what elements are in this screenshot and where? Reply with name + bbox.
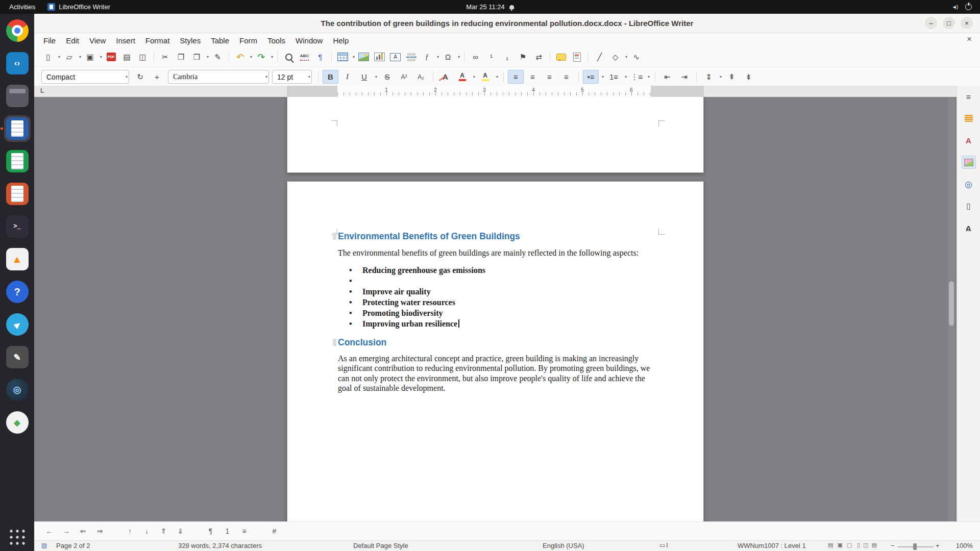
clear-formatting-button[interactable]: A — [437, 70, 453, 84]
outline-toggle[interactable] — [333, 233, 336, 240]
font-size-combo[interactable]: 12 pt ▾ — [272, 70, 312, 84]
font-name-combo[interactable]: Cambria ▾ — [168, 70, 269, 84]
menu-styles[interactable]: Styles — [175, 35, 206, 46]
list-item[interactable]: •Improving urban resilience — [338, 318, 651, 329]
dropdown-caret-icon[interactable]: ▾ — [249, 50, 253, 64]
redo-button[interactable]: ↷ — [253, 50, 269, 64]
demote-level-button[interactable]: → — [58, 524, 75, 538]
app-menu-button[interactable]: LibreOffice Writer — [47, 3, 110, 11]
document-canvas[interactable]: Environmental Benefits of Green Building… — [34, 97, 957, 521]
dock-item-terminal[interactable]: >_ — [4, 213, 31, 240]
dropdown-caret-icon[interactable]: ▾ — [624, 70, 628, 84]
scrollbar-thumb[interactable] — [949, 281, 954, 326]
unordered-list-button[interactable]: •≡ — [583, 70, 599, 84]
tab-stop-selector[interactable]: L — [40, 87, 44, 94]
increase-paragraph-spacing-button[interactable]: ⇞ — [724, 70, 740, 84]
italic-button[interactable]: I — [339, 70, 355, 84]
book-view-icon[interactable]: ▤ — [871, 542, 876, 548]
insert-hyperlink-button[interactable]: ∞ — [468, 50, 483, 64]
volume-icon[interactable]: ◄) — [952, 4, 958, 10]
conclusion-paragraph[interactable]: As an emerging architectural concept and… — [338, 354, 651, 393]
ordered-list-button[interactable]: 1≡ — [606, 70, 622, 84]
list-item[interactable]: •Protecting water resources — [338, 297, 651, 308]
dropdown-caret-icon[interactable]: ▾ — [206, 50, 210, 64]
dropdown-caret-icon[interactable]: ▾ — [125, 70, 129, 83]
outline-format-button[interactable]: ⋮≡ — [629, 70, 645, 84]
insert-footnote-button[interactable]: ¹ — [483, 50, 499, 64]
menu-edit[interactable]: Edit — [61, 35, 84, 46]
insert-endnote-button[interactable]: ₁ — [499, 50, 515, 64]
insert-comment-button[interactable] — [553, 50, 569, 64]
menu-window[interactable]: Window — [290, 35, 328, 46]
decrease-paragraph-spacing-button[interactable]: ⇟ — [741, 70, 756, 84]
dropdown-caret-icon[interactable]: ▾ — [472, 70, 476, 84]
restart-numbering-button[interactable]: 1 — [219, 524, 236, 538]
list-item-text[interactable]: Protecting water resources — [362, 298, 455, 307]
track-changes-button[interactable] — [569, 50, 585, 64]
superscript-button[interactable]: A² — [396, 70, 412, 84]
copy-button[interactable]: ❐ — [173, 50, 189, 64]
no-list-button[interactable]: ≡ — [236, 524, 253, 538]
menu-form[interactable]: Form — [234, 35, 262, 46]
list-item-text[interactable]: Promoting biodiversity — [362, 309, 443, 317]
insert-table-button[interactable] — [335, 50, 351, 64]
increase-indent-button[interactable]: ⇥ — [676, 70, 692, 84]
dock-item-help[interactable]: ? — [4, 279, 31, 305]
line-spacing-button[interactable]: ⇕ — [701, 70, 717, 84]
insert-page-break-button[interactable] — [403, 50, 419, 64]
bold-button[interactable]: B — [323, 70, 338, 84]
demote-with-subpoints-button[interactable]: ⇒ — [91, 524, 108, 538]
heading-environmental-benefits[interactable]: Environmental Benefits of Green Building… — [338, 231, 651, 242]
dropdown-caret-icon[interactable]: ▾ — [495, 70, 499, 84]
dock-item-libreoffice-calc[interactable] — [4, 148, 31, 174]
single-page-view-icon[interactable]: ▯ — [857, 542, 860, 548]
zoom-slider-thumb[interactable] — [913, 543, 917, 550]
promote-with-subpoints-button[interactable]: ⇐ — [75, 524, 91, 538]
list-item[interactable]: •Improve air quality — [338, 286, 651, 297]
print-preview-button[interactable]: ◫ — [135, 50, 151, 64]
word-count[interactable]: 328 words, 2,374 characters — [178, 542, 262, 549]
formatting-marks-button[interactable]: ¶ — [312, 50, 328, 64]
dropdown-caret-icon[interactable]: ▾ — [624, 50, 628, 64]
heading-conclusion[interactable]: Conclusion — [338, 337, 651, 348]
menu-file[interactable]: File — [38, 35, 61, 46]
insert-image-button[interactable] — [356, 50, 372, 64]
move-up-with-subpoints-button[interactable]: ⇑ — [155, 524, 172, 538]
move-up-button[interactable]: ↑ — [121, 524, 138, 538]
ruler-left-margin[interactable] — [287, 86, 337, 97]
dropdown-caret-icon[interactable]: ▾ — [457, 50, 461, 64]
dock-item-libreoffice-impress[interactable] — [4, 181, 31, 207]
title-bar[interactable]: The contribution of green buildings in r… — [34, 14, 980, 33]
outline-toggle[interactable] — [333, 339, 336, 346]
dropdown-caret-icon[interactable]: ▾ — [436, 50, 440, 64]
underline-button[interactable]: U — [356, 70, 372, 84]
list-item[interactable]: •Promoting biodiversity — [338, 308, 651, 318]
open-file-button[interactable]: ▱ — [61, 50, 77, 64]
dock-item-files[interactable] — [4, 83, 31, 109]
dock-item-chrome[interactable] — [4, 17, 31, 44]
page-1[interactable] — [287, 97, 704, 173]
print-button[interactable]: ▤ — [119, 50, 135, 64]
vertical-scrollbar[interactable] — [948, 97, 955, 521]
bullets-numbering-dialog-button[interactable]: # — [266, 524, 283, 538]
decrease-indent-button[interactable]: ⇤ — [659, 70, 675, 84]
selection-mode-indicator[interactable]: ▭I — [659, 542, 669, 549]
cut-button[interactable]: ✂ — [157, 50, 173, 64]
dock-item-libreoffice-writer[interactable] — [4, 115, 31, 142]
list-item-text[interactable]: Improving urban resilience — [362, 319, 457, 328]
sidebar-navigator-tab[interactable]: ◎ — [962, 178, 976, 191]
insert-textbox-button[interactable]: A — [387, 50, 403, 64]
sidebar-settings-button[interactable]: ≡ — [962, 90, 976, 103]
move-down-with-subpoints-button[interactable]: ⇓ — [172, 524, 189, 538]
dock-item-chat[interactable]: ▶ — [4, 311, 31, 338]
dropdown-caret-icon[interactable]: ▾ — [719, 70, 723, 84]
paragraph-style-combo[interactable]: Compact ▾ — [41, 70, 129, 84]
intro-paragraph[interactable]: The environmental benefits of green buil… — [338, 248, 651, 258]
list-item[interactable]: • — [338, 276, 651, 286]
dock-item-vlc[interactable]: ▲ — [4, 246, 31, 272]
dropdown-caret-icon[interactable]: ▾ — [57, 50, 61, 64]
list-item-text[interactable]: Improve air quality — [362, 287, 431, 296]
dock-item-gimp[interactable]: ✎ — [4, 344, 31, 370]
page-style[interactable]: Default Page Style — [353, 542, 408, 549]
list-item[interactable]: •Reducing greenhouse gas emissions — [338, 265, 651, 276]
